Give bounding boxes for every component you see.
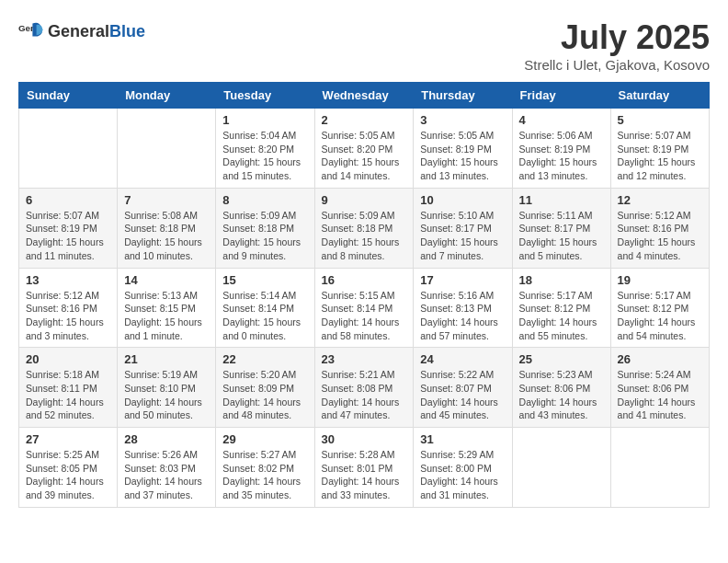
logo-text: GeneralBlue bbox=[48, 22, 145, 41]
calendar-week-row: 13Sunrise: 5:12 AM Sunset: 8:16 PM Dayli… bbox=[19, 268, 710, 348]
calendar-cell: 24Sunrise: 5:22 AM Sunset: 8:07 PM Dayli… bbox=[414, 348, 512, 428]
day-info: Sunrise: 5:04 AM Sunset: 8:20 PM Dayligh… bbox=[222, 129, 307, 183]
calendar-cell: 14Sunrise: 5:13 AM Sunset: 8:15 PM Dayli… bbox=[118, 268, 216, 348]
day-info: Sunrise: 5:05 AM Sunset: 8:19 PM Dayligh… bbox=[420, 129, 505, 183]
day-number: 5 bbox=[618, 113, 702, 127]
day-info: Sunrise: 5:16 AM Sunset: 8:13 PM Dayligh… bbox=[420, 289, 505, 343]
day-info: Sunrise: 5:12 AM Sunset: 8:16 PM Dayligh… bbox=[26, 289, 110, 343]
calendar-cell: 23Sunrise: 5:21 AM Sunset: 8:08 PM Dayli… bbox=[314, 348, 414, 428]
day-number: 21 bbox=[124, 352, 209, 366]
weekday-header-tuesday: Tuesday bbox=[216, 83, 314, 109]
calendar-cell: 21Sunrise: 5:19 AM Sunset: 8:10 PM Dayli… bbox=[118, 348, 216, 428]
calendar-cell: 15Sunrise: 5:14 AM Sunset: 8:14 PM Dayli… bbox=[216, 268, 314, 348]
day-number: 11 bbox=[519, 193, 604, 207]
calendar-cell: 19Sunrise: 5:17 AM Sunset: 8:12 PM Dayli… bbox=[610, 268, 709, 348]
calendar-cell: 27Sunrise: 5:25 AM Sunset: 8:05 PM Dayli… bbox=[19, 428, 118, 508]
calendar-week-row: 6Sunrise: 5:07 AM Sunset: 8:19 PM Daylig… bbox=[19, 188, 710, 268]
logo-blue: Blue bbox=[109, 22, 145, 40]
day-number: 15 bbox=[222, 273, 307, 287]
calendar-cell: 4Sunrise: 5:06 AM Sunset: 8:19 PM Daylig… bbox=[512, 109, 610, 189]
calendar-cell bbox=[19, 109, 118, 189]
page-header: Gen GeneralBlue July 2025 Strellc i Ulet… bbox=[18, 18, 710, 73]
weekday-header-wednesday: Wednesday bbox=[314, 83, 414, 109]
day-number: 29 bbox=[222, 432, 307, 446]
day-number: 6 bbox=[26, 193, 110, 207]
day-number: 22 bbox=[222, 352, 307, 366]
day-number: 17 bbox=[420, 273, 505, 287]
day-info: Sunrise: 5:19 AM Sunset: 8:10 PM Dayligh… bbox=[124, 368, 209, 422]
day-info: Sunrise: 5:27 AM Sunset: 8:02 PM Dayligh… bbox=[222, 448, 307, 502]
weekday-header-friday: Friday bbox=[512, 83, 610, 109]
calendar-cell: 1Sunrise: 5:04 AM Sunset: 8:20 PM Daylig… bbox=[216, 109, 314, 189]
day-info: Sunrise: 5:05 AM Sunset: 8:20 PM Dayligh… bbox=[322, 129, 407, 183]
calendar-cell: 5Sunrise: 5:07 AM Sunset: 8:19 PM Daylig… bbox=[610, 109, 709, 189]
logo-icon: Gen bbox=[18, 18, 44, 44]
weekday-header-sunday: Sunday bbox=[19, 83, 118, 109]
calendar-cell: 17Sunrise: 5:16 AM Sunset: 8:13 PM Dayli… bbox=[414, 268, 512, 348]
calendar-cell: 6Sunrise: 5:07 AM Sunset: 8:19 PM Daylig… bbox=[19, 188, 118, 268]
day-number: 1 bbox=[222, 113, 307, 127]
day-info: Sunrise: 5:14 AM Sunset: 8:14 PM Dayligh… bbox=[222, 289, 307, 343]
day-info: Sunrise: 5:09 AM Sunset: 8:18 PM Dayligh… bbox=[322, 209, 407, 263]
day-info: Sunrise: 5:17 AM Sunset: 8:12 PM Dayligh… bbox=[519, 289, 604, 343]
day-number: 8 bbox=[222, 193, 307, 207]
calendar-cell: 25Sunrise: 5:23 AM Sunset: 8:06 PM Dayli… bbox=[512, 348, 610, 428]
calendar-cell: 16Sunrise: 5:15 AM Sunset: 8:14 PM Dayli… bbox=[314, 268, 414, 348]
calendar-cell: 10Sunrise: 5:10 AM Sunset: 8:17 PM Dayli… bbox=[414, 188, 512, 268]
day-info: Sunrise: 5:26 AM Sunset: 8:03 PM Dayligh… bbox=[124, 448, 209, 502]
weekday-header-monday: Monday bbox=[118, 83, 216, 109]
day-number: 2 bbox=[322, 113, 407, 127]
calendar-cell: 26Sunrise: 5:24 AM Sunset: 8:06 PM Dayli… bbox=[610, 348, 709, 428]
location-title: Strellc i Ulet, Gjakova, Kosovo bbox=[524, 57, 710, 73]
day-info: Sunrise: 5:29 AM Sunset: 8:00 PM Dayligh… bbox=[420, 448, 505, 502]
day-info: Sunrise: 5:15 AM Sunset: 8:14 PM Dayligh… bbox=[322, 289, 407, 343]
weekday-header-saturday: Saturday bbox=[610, 83, 709, 109]
calendar-cell: 7Sunrise: 5:08 AM Sunset: 8:18 PM Daylig… bbox=[118, 188, 216, 268]
month-title: July 2025 bbox=[524, 18, 710, 57]
day-info: Sunrise: 5:28 AM Sunset: 8:01 PM Dayligh… bbox=[322, 448, 407, 502]
day-number: 18 bbox=[519, 273, 604, 287]
calendar-cell: 18Sunrise: 5:17 AM Sunset: 8:12 PM Dayli… bbox=[512, 268, 610, 348]
calendar-cell: 9Sunrise: 5:09 AM Sunset: 8:18 PM Daylig… bbox=[314, 188, 414, 268]
calendar-cell: 22Sunrise: 5:20 AM Sunset: 8:09 PM Dayli… bbox=[216, 348, 314, 428]
title-block: July 2025 Strellc i Ulet, Gjakova, Kosov… bbox=[524, 18, 710, 73]
day-info: Sunrise: 5:23 AM Sunset: 8:06 PM Dayligh… bbox=[519, 368, 604, 422]
day-number: 9 bbox=[322, 193, 407, 207]
calendar-week-row: 20Sunrise: 5:18 AM Sunset: 8:11 PM Dayli… bbox=[19, 348, 710, 428]
day-number: 7 bbox=[124, 193, 209, 207]
calendar-week-row: 27Sunrise: 5:25 AM Sunset: 8:05 PM Dayli… bbox=[19, 428, 710, 508]
day-number: 24 bbox=[420, 352, 505, 366]
logo: Gen GeneralBlue bbox=[18, 18, 145, 44]
day-number: 16 bbox=[322, 273, 407, 287]
day-info: Sunrise: 5:24 AM Sunset: 8:06 PM Dayligh… bbox=[618, 368, 702, 422]
calendar-cell: 3Sunrise: 5:05 AM Sunset: 8:19 PM Daylig… bbox=[414, 109, 512, 189]
calendar-cell: 12Sunrise: 5:12 AM Sunset: 8:16 PM Dayli… bbox=[610, 188, 709, 268]
calendar-cell: 11Sunrise: 5:11 AM Sunset: 8:17 PM Dayli… bbox=[512, 188, 610, 268]
day-info: Sunrise: 5:13 AM Sunset: 8:15 PM Dayligh… bbox=[124, 289, 209, 343]
calendar-table: SundayMondayTuesdayWednesdayThursdayFrid… bbox=[18, 82, 710, 508]
calendar-cell bbox=[610, 428, 709, 508]
day-number: 30 bbox=[322, 432, 407, 446]
calendar-cell bbox=[118, 109, 216, 189]
calendar-cell: 28Sunrise: 5:26 AM Sunset: 8:03 PM Dayli… bbox=[118, 428, 216, 508]
day-info: Sunrise: 5:22 AM Sunset: 8:07 PM Dayligh… bbox=[420, 368, 505, 422]
calendar-cell: 29Sunrise: 5:27 AM Sunset: 8:02 PM Dayli… bbox=[216, 428, 314, 508]
day-info: Sunrise: 5:21 AM Sunset: 8:08 PM Dayligh… bbox=[322, 368, 407, 422]
day-number: 12 bbox=[618, 193, 702, 207]
day-number: 25 bbox=[519, 352, 604, 366]
calendar-week-row: 1Sunrise: 5:04 AM Sunset: 8:20 PM Daylig… bbox=[19, 109, 710, 189]
calendar-cell: 2Sunrise: 5:05 AM Sunset: 8:20 PM Daylig… bbox=[314, 109, 414, 189]
calendar-cell: 30Sunrise: 5:28 AM Sunset: 8:01 PM Dayli… bbox=[314, 428, 414, 508]
day-info: Sunrise: 5:11 AM Sunset: 8:17 PM Dayligh… bbox=[519, 209, 604, 263]
weekday-header-row: SundayMondayTuesdayWednesdayThursdayFrid… bbox=[19, 83, 710, 109]
calendar-cell: 13Sunrise: 5:12 AM Sunset: 8:16 PM Dayli… bbox=[19, 268, 118, 348]
day-number: 20 bbox=[26, 352, 110, 366]
day-number: 26 bbox=[618, 352, 702, 366]
day-number: 10 bbox=[420, 193, 505, 207]
day-number: 27 bbox=[26, 432, 110, 446]
day-info: Sunrise: 5:08 AM Sunset: 8:18 PM Dayligh… bbox=[124, 209, 209, 263]
day-info: Sunrise: 5:25 AM Sunset: 8:05 PM Dayligh… bbox=[26, 448, 110, 502]
day-info: Sunrise: 5:09 AM Sunset: 8:18 PM Dayligh… bbox=[222, 209, 307, 263]
day-info: Sunrise: 5:17 AM Sunset: 8:12 PM Dayligh… bbox=[618, 289, 702, 343]
day-number: 23 bbox=[322, 352, 407, 366]
